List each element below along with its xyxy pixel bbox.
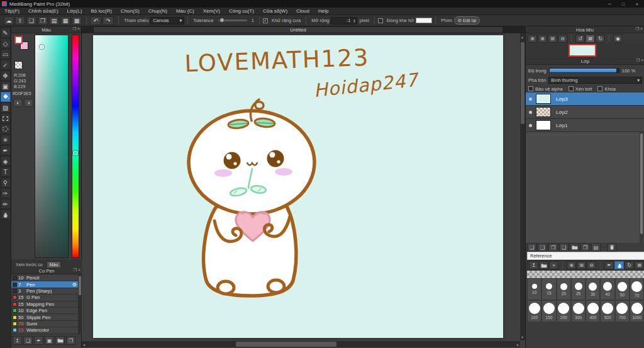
brush-size-preset[interactable]: 20 [557, 278, 571, 300]
eyedropper-tool[interactable]: ✑ [1, 188, 11, 198]
eraser-tool[interactable]: ◇ [1, 38, 11, 48]
brush-size-preset[interactable]: 1000 [630, 300, 644, 322]
antialias-checkbox[interactable]: ✓ [263, 18, 268, 23]
detach-icon[interactable]: ❐ [73, 267, 77, 272]
brush-upload-button[interactable]: ↥ [13, 336, 22, 345]
detach-icon[interactable]: ❐ [72, 26, 76, 31]
brush-size-preset[interactable]: 150 [541, 300, 556, 322]
scroll-down-icon[interactable]: ▾ [521, 335, 523, 339]
duplicate-layer-button[interactable]: ❑ [538, 243, 547, 252]
reference-panel-header[interactable]: Reference [527, 252, 644, 260]
tolerance-slider[interactable] [218, 20, 247, 21]
ref-reset-button[interactable]: ⊠ [635, 261, 644, 269]
color-wheel-button[interactable]: ◐ [13, 99, 23, 107]
brush-size-preset[interactable]: 400 [586, 300, 600, 322]
menu-item-edit[interactable]: Chỉnh sửa(E) [24, 8, 63, 14]
zoom-tool[interactable]: ⚲ [1, 177, 11, 188]
close-icon[interactable]: × [78, 267, 80, 272]
brush-folder-button[interactable] [55, 336, 65, 345]
brush-row[interactable]: 7Pen⚙ [11, 281, 78, 288]
ref-clear-button[interactable]: × [549, 261, 558, 269]
layer-from-canvas-button[interactable]: ❒ [548, 243, 558, 252]
delete-layer-button[interactable] [607, 243, 616, 252]
blend-dropdown[interactable]: Bình thường ▾ [548, 77, 642, 84]
close-icon[interactable]: × [640, 26, 643, 31]
operation-tool[interactable]: ✓ [1, 60, 11, 70]
ref-zoom-out-button[interactable]: ⊖ [587, 261, 596, 269]
gear-icon[interactable]: ⚙ [72, 282, 77, 288]
brush-row[interactable]: 10Pencil⚙ [11, 275, 78, 281]
visibility-icon[interactable] [529, 111, 532, 114]
scrollbar-thumb[interactable] [79, 276, 81, 295]
nav-flip-button[interactable]: ◉ [613, 35, 623, 43]
close-icon[interactable]: × [641, 58, 643, 63]
select-tool[interactable] [1, 113, 11, 123]
menu-item-select[interactable]: Chọn(S) [116, 8, 144, 14]
visibility-icon[interactable] [529, 124, 532, 127]
reset-button[interactable]: ⊘ Đặt lại [454, 16, 480, 25]
undo-button[interactable]: ↶ [90, 16, 101, 25]
menu-item-snap[interactable]: Chụp(N) [144, 8, 172, 14]
layer-folder-button[interactable] [570, 243, 579, 252]
brush-size-preset[interactable]: 700 [615, 300, 630, 322]
alpha-protect-checkbox[interactable] [528, 86, 533, 91]
brush-size-preset[interactable]: 15 [541, 278, 556, 300]
brush-script-button[interactable]: ▣ [45, 336, 54, 345]
spinner-arrows[interactable]: ▴▾ [352, 19, 357, 23]
ref-rotate-button[interactable]: ↻ [625, 261, 634, 269]
brush-row[interactable]: 3Pen (Sharp)⚙ [11, 288, 78, 295]
nav-zoom-in2-button[interactable]: ⊕ [538, 35, 547, 43]
tolerance-slider-knob[interactable] [219, 18, 225, 23]
menu-item-view[interactable]: Xem(V) [199, 8, 225, 14]
brush-size-preset[interactable]: 300 [571, 300, 586, 322]
brush-size-preset[interactable]: 70 [630, 278, 644, 300]
shape-tool[interactable]: ▭ [1, 49, 11, 59]
layer-row[interactable]: Lớp1 ⚙ [526, 119, 644, 132]
ref-upload-button[interactable]: ↥ [529, 261, 538, 269]
brush-row[interactable]: 15G Pen⚙ [11, 295, 78, 301]
scrollbar-thumb[interactable] [521, 42, 525, 124]
navigator-preview[interactable] [526, 43, 644, 58]
image-add-icon[interactable]: ▤ [49, 16, 59, 25]
color-cursor[interactable] [40, 45, 44, 49]
nav-zoom-in-button[interactable]: ⊕ [528, 35, 537, 43]
new-layer-button[interactable]: ❏ [527, 243, 536, 252]
nav-rotate-left-button[interactable]: ↺ [575, 35, 585, 43]
magic-wand-tool[interactable]: ✳ [1, 135, 11, 145]
scrollbar-thumb[interactable] [640, 133, 643, 234]
lasso-tool[interactable] [1, 124, 11, 134]
brush-size-preset[interactable]: 200 [557, 300, 571, 322]
hue-slider[interactable] [72, 35, 79, 258]
gap-color-chip[interactable] [416, 18, 432, 23]
brush-size-preset[interactable]: 50 [615, 278, 630, 300]
close-icon[interactable]: × [77, 26, 80, 31]
brush-size-preset[interactable]: 10 [527, 278, 541, 300]
tab-brush-preview[interactable]: Xem trước cọ [13, 262, 45, 267]
nav-rotate-right-button[interactable]: ↻ [596, 35, 605, 43]
merge-layer-button[interactable]: ▤ [591, 243, 601, 252]
minimize-button[interactable]: ─ [602, 0, 616, 8]
ref-zoom-fit-button[interactable]: ⊞ [577, 261, 586, 269]
lock-checkbox[interactable] [597, 86, 602, 91]
scrollbar-thumb[interactable] [236, 342, 336, 347]
frame-tool[interactable]: ✏ [1, 199, 11, 209]
menu-item-cloud[interactable]: Cloud [292, 8, 314, 14]
brush-size-preset[interactable]: 100 [527, 300, 541, 322]
menu-item-filter[interactable]: Bộ lọc(R) [87, 8, 116, 14]
document-tab[interactable]: Untitled [93, 26, 503, 33]
layer-menu-button[interactable]: ❏ [559, 243, 569, 252]
menu-item-color[interactable]: Màu (C) [172, 8, 199, 14]
brush-row[interactable]: 10Edge Pen⚙ [11, 308, 78, 314]
brush-row[interactable]: 50Stipple Pen⚙ [11, 314, 78, 320]
menu-item-layer[interactable]: Lớp(L) [63, 8, 87, 14]
cloud-icon[interactable]: ☁ [4, 16, 14, 25]
new-brush-button[interactable]: ❏ [23, 336, 33, 345]
visibility-icon[interactable] [529, 98, 532, 101]
dot-tool[interactable]: ▣ [1, 81, 11, 91]
detach-icon[interactable]: ❐ [636, 58, 640, 63]
layer-row[interactable]: Lớp2 ⚙ [526, 106, 644, 119]
menu-item-tools[interactable]: Công cụ(T) [225, 8, 258, 14]
menu-item-help[interactable]: Help [314, 8, 333, 14]
close-button[interactable]: × [630, 0, 644, 8]
canvas-vertical-scrollbar[interactable]: ▴ ▾ [520, 33, 525, 340]
